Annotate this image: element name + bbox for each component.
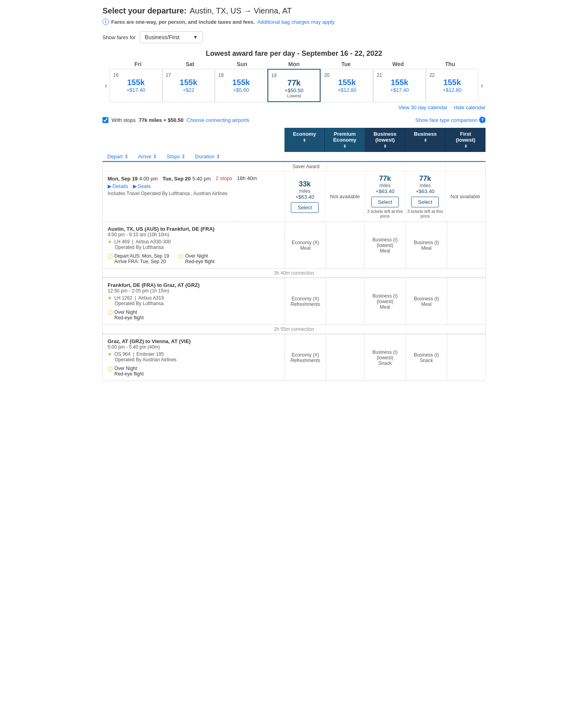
flight-depart-time: 4:00 pm <box>139 176 158 182</box>
usd-19: +$50.50 <box>270 87 319 93</box>
seg3-from: Graz, AT (GRZ) to Vienna, AT (VIE) <box>108 338 280 344</box>
seg2-biz-low-service: Meal <box>380 304 390 310</box>
seg1-fare-biz-low: Business (I) (lowest) Meal <box>364 222 406 268</box>
col-economy-sort-icon: ⇕ <box>303 138 306 142</box>
seg1-flight-num: LH 469 <box>114 239 130 245</box>
seats-link-label: Seats <box>138 183 151 189</box>
usd-22: +$12.80 <box>428 87 476 93</box>
seg2-notice1-line1: Over Night <box>114 309 144 315</box>
col-prem-economy-sort-icon: ⇕ <box>343 144 346 148</box>
filters-row: With stops 77k miles + $50.50 Choose con… <box>102 117 486 123</box>
seg2-fare-economy: Economy (X) Refreshments <box>285 278 326 324</box>
seats-triangle-icon: ▶ <box>133 183 137 189</box>
seg2-biz-class: Business (I) <box>414 296 439 302</box>
details-link-label: Details <box>112 183 128 189</box>
segment-3-row: Graz, AT (GRZ) to Vienna, AT (VIE) 5:00 … <box>103 334 485 381</box>
col-first-lowest-sort-icon: ⇕ <box>464 144 467 148</box>
hide-calendar-link[interactable]: Hide calendar <box>454 104 486 110</box>
calendar-next-button[interactable]: › <box>478 82 486 90</box>
miles-22: 155k <box>428 78 476 87</box>
calendar-prev-button[interactable]: ‹ <box>102 82 110 90</box>
choose-airports-link[interactable]: Choose connecting airports <box>187 117 249 123</box>
saver-award-biz-low-spacer <box>367 162 407 171</box>
miles-16: 155k <box>112 78 160 87</box>
connection-1-label: 3h 40m connection <box>103 268 485 278</box>
col-header-first-lowest: First(lowest) ⇕ <box>446 128 486 152</box>
calendar-cell-sun[interactable]: 18 155k +$5.60 <box>215 69 267 102</box>
seg2-notice1-line2: Red-eye flight <box>114 315 144 321</box>
details-link[interactable]: ▶ Details <box>108 183 128 189</box>
seg3-biz-low-service: Snack <box>378 360 391 366</box>
seg3-notice1-line2: Red-eye flight <box>114 371 144 377</box>
flight-arrive-date: Tue, Sep 20 <box>163 176 191 182</box>
seg2-aircraft: Airbus A319 <box>138 295 164 301</box>
seg2-biz-service: Meal <box>421 302 432 307</box>
day-num-21: 21 <box>375 72 424 78</box>
sort-arrive[interactable]: Arrive ⇕ <box>138 154 157 159</box>
fare-biz-tickets-left: 3 tickets left at this price <box>407 209 443 218</box>
sort-stops-icon: ⇕ <box>181 154 186 159</box>
usd-16: +$17.40 <box>112 87 160 93</box>
seg2-notice1: ⓘ Over Night Red-eye flight <box>108 309 280 321</box>
lowest-badge: Lowest <box>270 93 319 98</box>
fare-biz-low-select-button[interactable]: Select <box>371 197 399 207</box>
segment-2-wrapper: Frankfurt, DE (FRA) to Graz, AT (GRZ) 12… <box>103 278 485 324</box>
seg2-star-icon: ★ <box>108 295 112 301</box>
sort-arrive-label: Arrive <box>138 154 152 159</box>
seg3-biz-service: Snack <box>420 358 433 363</box>
fares-notice-text: Fares are one-way, per person, and inclu… <box>111 19 255 25</box>
seg3-flight-num: OS 964 <box>114 351 131 357</box>
fare-type-comparison-link[interactable]: Show fare type comparison ? <box>415 117 486 123</box>
sort-stops[interactable]: Stops ⇕ <box>167 154 186 159</box>
saver-award-first-spacer <box>446 162 485 171</box>
seg1-notice1-text: Depart AUS: Mon, Sep 19 Arrive FRA: Tue,… <box>114 253 169 264</box>
fare-economy-select-button[interactable]: Select <box>291 202 319 213</box>
flight-actions: ▶ Details ▶ Seats <box>108 183 280 189</box>
calendar-cell-sat[interactable]: 17 155k +$22 <box>162 69 215 102</box>
seg3-fare-economy: Economy (X) Refreshments <box>285 334 326 381</box>
seg1-from: Austin, TX, US (AUS) to Frankfurt, DE (F… <box>108 226 280 232</box>
segment-1-wrapper: Austin, TX, US (AUS) to Frankfurt, DE (F… <box>103 222 485 268</box>
bag-charges-link[interactable]: Additional bag charges may apply. <box>257 19 336 25</box>
col-header-economy: Economy ⇕ <box>285 128 325 152</box>
calendar-cell-thu[interactable]: 22 155k +$12.80 <box>426 69 478 102</box>
col-business-lowest-label: Business(lowest) <box>367 131 404 143</box>
fare-biz-select-button[interactable]: Select <box>411 197 439 207</box>
seg3-notice1: ⓘ Over Night Red-eye flight <box>108 366 280 377</box>
fare-biz-low-tickets-left: 3 tickets left at this price <box>367 209 403 218</box>
seg3-operated: Operated By Austrian Airlines <box>115 357 280 362</box>
seg1-notice2-line1: Over Night <box>185 253 214 259</box>
seats-link[interactable]: ▶ Seats <box>133 183 151 189</box>
miles-18: 155k <box>217 78 266 87</box>
calendar-cell-tue[interactable]: 20 155k +$12.80 <box>321 69 373 102</box>
seg1-aircraft: Airbus A330-300 <box>136 239 171 245</box>
seg1-economy-class: Economy (X) <box>292 240 319 245</box>
seg2-separator: | <box>135 295 136 301</box>
sort-duration[interactable]: Duration ⇕ <box>195 154 220 159</box>
fare-biz-usd: +$63.40 <box>416 188 434 194</box>
day-col-fri: Fri <box>112 61 164 67</box>
calendar-cell-fri[interactable]: 16 155k +$17.40 <box>110 69 162 102</box>
col-header-business: Business ⇕ <box>405 128 446 152</box>
fares-dropdown[interactable]: Business/First ▼ <box>140 31 203 43</box>
seg1-separator: | <box>132 239 133 245</box>
seg1-flight-info: ★ LH 469 | Airbus A330-300 <box>108 239 280 245</box>
day-col-tue: Tue <box>320 61 372 67</box>
usd-21: +$17.40 <box>375 87 424 93</box>
calendar-cell-wed[interactable]: 21 155k +$17.40 <box>373 69 426 102</box>
calendar-grid: ‹ 16 155k +$17.40 17 155k +$22 18 155k +… <box>102 69 486 102</box>
day-col-sat: Sat <box>164 61 216 67</box>
seg1-notices: ⓘ Depart AUS: Mon, Sep 19 Arrive FRA: Tu… <box>108 253 280 264</box>
sort-depart[interactable]: Depart ⇕ <box>107 154 129 159</box>
calendar-title: Lowest award fare per day - September 16… <box>102 49 486 58</box>
sort-duration-label: Duration <box>195 154 214 159</box>
seg3-star-icon: ★ <box>108 351 112 357</box>
seg1-fare-prem <box>326 222 365 268</box>
view-30-day-link[interactable]: View 30 day calendar <box>398 104 448 110</box>
with-stops-checkbox[interactable] <box>102 117 108 123</box>
col-header-business-lowest: Business(lowest) ⇕ <box>365 128 406 152</box>
seg1-notice2: ⓘ Over Night Red-eye flight <box>178 253 214 264</box>
seg3-time-range: 5:00 pm - 5:40 pm (40m) <box>108 344 280 350</box>
sort-depart-label: Depart <box>107 154 123 159</box>
calendar-cell-mon-selected[interactable]: 19 77k +$50.50 Lowest <box>267 69 321 102</box>
